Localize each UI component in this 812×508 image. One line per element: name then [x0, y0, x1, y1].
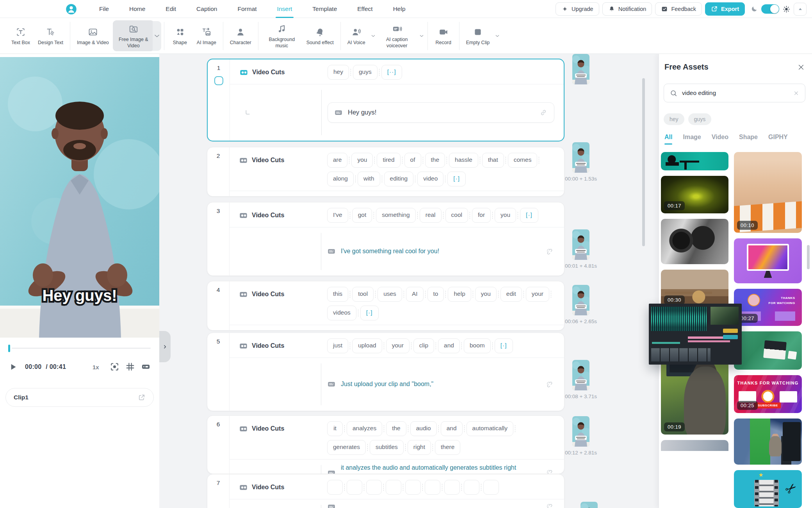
segment-thumbnail[interactable]: 00:12 + 2.81s: [572, 416, 589, 447]
asset-tile[interactable]: [734, 331, 802, 370]
collapse-toolbar-button[interactable]: [794, 3, 807, 16]
asset-tile[interactable]: THANKS FOR WATCHING 00:27: [734, 289, 802, 326]
user-avatar-icon[interactable]: [66, 4, 77, 15]
menu-item[interactable]: Effect: [347, 0, 383, 18]
asset-tab[interactable]: GIPHY: [768, 134, 788, 145]
word-chip[interactable]: that: [482, 153, 504, 168]
canvas-icon[interactable]: [141, 362, 151, 372]
word-chip[interactable]: editing: [384, 172, 414, 186]
word-chip[interactable]: [483, 480, 499, 495]
search-input[interactable]: [682, 89, 789, 97]
caption-box[interactable]: Just upload your clip and "boom,": [327, 376, 555, 392]
word-chip[interactable]: you: [351, 153, 373, 168]
word-chip[interactable]: and: [441, 421, 463, 436]
segment-thumbnail[interactable]: 00:01 + 4.81s: [572, 229, 589, 260]
caption-box[interactable]: Hey guys!: [328, 102, 554, 122]
tag-pill[interactable]: guys: [688, 113, 712, 125]
close-icon[interactable]: [797, 63, 805, 71]
unlink-icon[interactable]: [545, 247, 554, 256]
asset-tab[interactable]: Video: [712, 134, 728, 145]
assets-scrollbar[interactable]: [807, 245, 810, 269]
toolbar-item[interactable]: Image & Video: [73, 23, 113, 48]
caption-text[interactable]: This tool uses AI to help you edit your …: [341, 328, 466, 331]
segment-thumbnail[interactable]: 00:08 + 3.71s: [572, 360, 589, 390]
asset-tile[interactable]: 00:10: [734, 152, 802, 233]
caption-box[interactable]: [327, 499, 555, 508]
caption-box[interactable]: This tool uses AI to help you edit your …: [327, 325, 555, 331]
asset-tile[interactable]: [661, 440, 728, 451]
word-chip[interactable]: guys: [353, 65, 378, 80]
asset-tile[interactable]: ✂: [734, 470, 802, 508]
asset-tile[interactable]: [734, 419, 802, 465]
toolbar-item[interactable]: Character: [226, 23, 255, 48]
caption-box[interactable]: I've got something real cool for you!: [327, 243, 555, 259]
word-chip[interactable]: clip: [413, 338, 434, 353]
toolbar-item[interactable]: Free Image & Video: [113, 20, 154, 51]
segment-card[interactable]: 1 Video Cuts hey: [207, 59, 564, 141]
segment-thumbnail[interactable]: 00:06 + 2.65s: [572, 285, 589, 315]
external-link-icon[interactable]: [138, 394, 146, 401]
asset-tab[interactable]: All: [664, 134, 672, 145]
segment-card[interactable]: 7 Video Cuts: [207, 474, 564, 508]
word-chip[interactable]: [444, 480, 460, 495]
asset-tile[interactable]: [734, 238, 802, 283]
word-chip[interactable]: you: [495, 208, 516, 223]
chevron-down-icon[interactable]: [494, 33, 500, 39]
word-chip[interactable]: edit: [500, 287, 522, 302]
word-chip[interactable]: generates: [327, 440, 366, 455]
word-chip[interactable]: you: [475, 287, 497, 302]
chevron-down-icon[interactable]: [418, 33, 425, 39]
grid-icon[interactable]: [125, 362, 135, 372]
toolbar-item[interactable]: Text Box: [7, 23, 34, 48]
word-chip[interactable]: this: [327, 287, 348, 302]
word-chip[interactable]: the: [425, 153, 445, 168]
caption-text[interactable]: Hey guys!: [348, 107, 376, 118]
caption-text[interactable]: it analyzes the audio and automatically …: [341, 463, 524, 474]
word-chip[interactable]: video: [417, 172, 443, 186]
chevron-down-icon[interactable]: [153, 21, 161, 51]
word-chip[interactable]: right: [408, 440, 431, 455]
segment-card[interactable]: 4 Video Cuts this: [207, 281, 564, 331]
word-chip[interactable]: the: [386, 421, 406, 436]
progress-track[interactable]: [12, 348, 151, 349]
word-chip[interactable]: of: [404, 153, 421, 168]
segment-thumbnail[interactable]: 00:15 + 5.42s: [581, 502, 598, 508]
word-chip[interactable]: AI: [406, 287, 424, 302]
menu-item[interactable]: Template: [302, 0, 347, 18]
word-chip[interactable]: boom: [464, 338, 491, 353]
asset-tab[interactable]: Image: [683, 134, 701, 145]
menu-item[interactable]: File: [89, 0, 119, 18]
clear-search-icon[interactable]: [793, 90, 800, 97]
menu-item[interactable]: Caption: [186, 0, 227, 18]
word-chip[interactable]: subtitles: [370, 440, 404, 455]
toolbar-item[interactable]: AI caption voiceover: [376, 20, 418, 51]
word-chip[interactable]: audio: [410, 421, 437, 436]
word-chip[interactable]: tool: [352, 287, 374, 302]
upgrade-button[interactable]: Upgrade: [556, 2, 599, 16]
unlink-icon[interactable]: [545, 503, 554, 508]
link-icon[interactable]: [539, 108, 548, 117]
word-chip[interactable]: [347, 480, 362, 495]
word-chip[interactable]: [·]: [495, 338, 513, 353]
toolbar-item[interactable]: Record: [431, 23, 456, 48]
word-chip[interactable]: there: [435, 440, 460, 455]
unlink-icon[interactable]: [545, 469, 554, 474]
export-button[interactable]: Export: [705, 2, 745, 16]
word-chip[interactable]: hey: [328, 65, 349, 80]
toolbar-item[interactable]: Shape: [167, 23, 193, 48]
asset-tile[interactable]: 00:30: [661, 270, 728, 308]
caption-box[interactable]: Are you tired of the hassle that comes a…: [327, 191, 555, 197]
word-chip[interactable]: and: [438, 338, 460, 353]
segment-thumbnail[interactable]: 00:00 + 1.53s: [572, 142, 589, 173]
segment-card[interactable]: 6 Video Cuts it a: [207, 415, 564, 474]
menu-item[interactable]: Home: [119, 0, 155, 18]
toolbar-item[interactable]: Background music: [261, 20, 303, 51]
asset-tile[interactable]: THANKS FOR WATCHING SUBSCRIBE 00:25: [734, 375, 802, 413]
caption-box[interactable]: it analyzes the audio and automatically …: [327, 460, 555, 474]
caption-text[interactable]: Just upload your clip and "boom,": [341, 379, 433, 389]
segment-card[interactable]: 5 Video Cuts just: [207, 333, 564, 411]
word-chip[interactable]: I've: [327, 208, 348, 223]
word-chip[interactable]: [464, 480, 479, 495]
word-chip[interactable]: for: [472, 208, 491, 223]
asset-tab[interactable]: Shape: [739, 134, 758, 145]
